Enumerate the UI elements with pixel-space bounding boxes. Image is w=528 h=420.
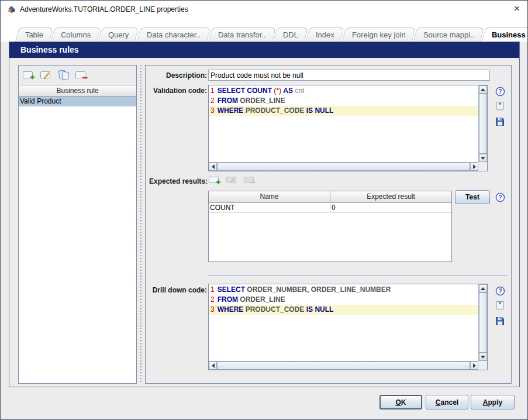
expected-value-cell[interactable]: 0 — [330, 203, 451, 212]
tab-data-transfor[interactable]: Data transfor.. — [208, 27, 276, 42]
apply-button[interactable]: Apply — [471, 395, 515, 409]
business-rule-item[interactable]: Valid Product — [19, 97, 136, 106]
scroll-down-button[interactable] — [479, 154, 487, 162]
ok-button[interactable]: OK — [379, 395, 422, 409]
expected-results-toolbar — [208, 175, 257, 185]
scroll-right-button[interactable] — [470, 362, 478, 370]
test-button[interactable]: Test — [455, 190, 490, 204]
cancel-button[interactable]: Cancel — [426, 395, 468, 409]
arrow-up-icon — [481, 287, 485, 290]
validation-help-icon[interactable]: ? — [495, 86, 505, 97]
drilldown-horizontal-scrollbar[interactable] — [209, 361, 478, 370]
drilldown-save-icon[interactable] — [495, 316, 505, 326]
result-name-cell[interactable]: COUNT — [209, 203, 330, 212]
tab-table[interactable]: Table — [15, 27, 53, 42]
tab-data-character[interactable]: Data character.. — [137, 27, 210, 42]
expected-result-row[interactable]: COUNT0 — [209, 203, 451, 213]
delete-rule-button[interactable] — [74, 68, 89, 82]
scroll-down-button[interactable] — [479, 353, 487, 361]
validation-horizontal-scrollbar[interactable] — [209, 162, 478, 171]
tab-label: DDL — [283, 30, 298, 39]
tab-label: Data transfor.. — [218, 30, 265, 39]
code-line: 3WHERE PRODUCT_CODE IS NULL — [209, 305, 478, 315]
scrollbar-thumb[interactable] — [479, 94, 487, 154]
scroll-up-button[interactable] — [479, 284, 487, 292]
drilldown-code-area[interactable]: 1SELECT ORDER_NUMBER, ORDER_LINE_NUMBER2… — [209, 284, 478, 361]
svg-text:*: * — [499, 101, 502, 108]
scrollbar-thumb[interactable] — [217, 362, 470, 370]
tab-label: Business rules — [492, 30, 528, 39]
tab-ddl[interactable]: DDL — [273, 27, 308, 42]
drilldown-template-icon[interactable]: * — [495, 301, 505, 311]
scrollbar-corner — [478, 361, 487, 370]
scrollbar-thumb[interactable] — [217, 163, 470, 171]
rule-detail-panel: Description: Validation code: 1SELECT CO… — [145, 65, 512, 384]
rules-list-panel: Business rule Valid Product — [18, 65, 137, 384]
drilldown-code-label: Drill down code: — [149, 286, 207, 294]
copy-rule-button[interactable] — [56, 68, 72, 82]
tab-label: Query — [108, 30, 129, 39]
svg-text:*: * — [499, 301, 502, 308]
scroll-right-button[interactable] — [470, 163, 478, 171]
arrow-up-icon — [481, 88, 485, 91]
section-separator — [208, 275, 508, 276]
tab-columns[interactable]: Columns — [51, 27, 101, 42]
edit-rule-button[interactable] — [39, 68, 54, 82]
validation-code-editor[interactable]: 1SELECT COUNT (*) AS cnt2FROM ORDER_LINE… — [208, 85, 488, 171]
tab-source-mappi[interactable]: Source mappi.. — [413, 27, 484, 42]
expected-results-label: Expected results: — [149, 177, 207, 185]
expected-results-body: COUNT0 — [209, 203, 451, 213]
scrollbar-thumb[interactable] — [479, 292, 487, 353]
scroll-up-button[interactable] — [479, 85, 487, 94]
validation-vertical-scrollbar[interactable] — [478, 85, 487, 162]
arrow-right-icon — [473, 363, 476, 368]
arrow-left-icon — [212, 363, 215, 368]
rules-toolbar — [19, 66, 136, 85]
code-line: 1SELECT COUNT (*) AS cnt — [209, 86, 478, 96]
arrow-down-icon — [481, 356, 485, 359]
tab-business-rules[interactable]: Business rules — [482, 27, 528, 42]
code-line: 2FROM ORDER_LINE — [209, 96, 478, 106]
svg-text:?: ? — [498, 287, 502, 294]
add-rule-button[interactable] — [21, 68, 37, 82]
drilldown-vertical-scrollbar[interactable] — [478, 284, 487, 361]
drilldown-code-editor[interactable]: 1SELECT ORDER_NUMBER, ORDER_LINE_NUMBER2… — [208, 284, 488, 370]
scroll-left-button[interactable] — [209, 362, 217, 370]
validation-code-area[interactable]: 1SELECT COUNT (*) AS cnt2FROM ORDER_LINE… — [209, 85, 478, 162]
scrollbar-corner — [478, 162, 487, 171]
arrow-left-icon — [212, 164, 215, 169]
arrow-down-icon — [481, 157, 485, 160]
code-line: 3WHERE PRODUCT_CODE IS NULL — [209, 106, 478, 116]
close-icon[interactable]: × — [514, 3, 520, 15]
description-input[interactable] — [208, 70, 490, 81]
svg-text:?: ? — [498, 194, 502, 201]
expected-results-help-icon[interactable]: ? — [495, 192, 505, 202]
business-rules-panel: Business rules — [9, 42, 520, 387]
tab-query[interactable]: Query — [98, 27, 139, 42]
title-bar: AdventureWorks.TUTORIAL.ORDER_LINE prope… — [1, 1, 527, 18]
scroll-left-button[interactable] — [209, 163, 217, 171]
tab-label: Table — [25, 30, 43, 39]
panel-splitter[interactable] — [140, 65, 142, 384]
business-rule-list: Valid Product — [19, 97, 136, 106]
section-header: Business rules — [9, 42, 519, 58]
tab-index[interactable]: Index — [306, 27, 344, 42]
drilldown-help-icon[interactable]: ? — [495, 285, 505, 296]
tab-label: Source mappi.. — [423, 30, 474, 39]
expected-results-table: Name Expected result COUNT0 — [208, 191, 452, 262]
validation-code-label: Validation code: — [149, 87, 207, 95]
validation-save-icon[interactable] — [495, 116, 505, 127]
validation-template-icon[interactable]: * — [495, 101, 505, 112]
tab-label: Data character.. — [147, 30, 201, 39]
app-icon — [6, 5, 16, 17]
tab-bar: TableColumnsQueryData character..Data tr… — [17, 27, 528, 42]
add-expected-result-button[interactable] — [208, 175, 222, 185]
tab-foreign-key-join[interactable]: Foreign key join — [342, 27, 416, 42]
code-line: 1SELECT ORDER_NUMBER, ORDER_LINE_NUMBER — [209, 285, 478, 295]
window-title: AdventureWorks.TUTORIAL.ORDER_LINE prope… — [20, 5, 188, 13]
svg-text:?: ? — [498, 88, 502, 95]
column-header-name[interactable]: Name — [209, 191, 330, 202]
tab-label: Foreign key join — [352, 30, 406, 39]
column-header-expected-result[interactable]: Expected result — [330, 191, 451, 202]
properties-dialog: AdventureWorks.TUTORIAL.ORDER_LINE prope… — [0, 0, 528, 420]
